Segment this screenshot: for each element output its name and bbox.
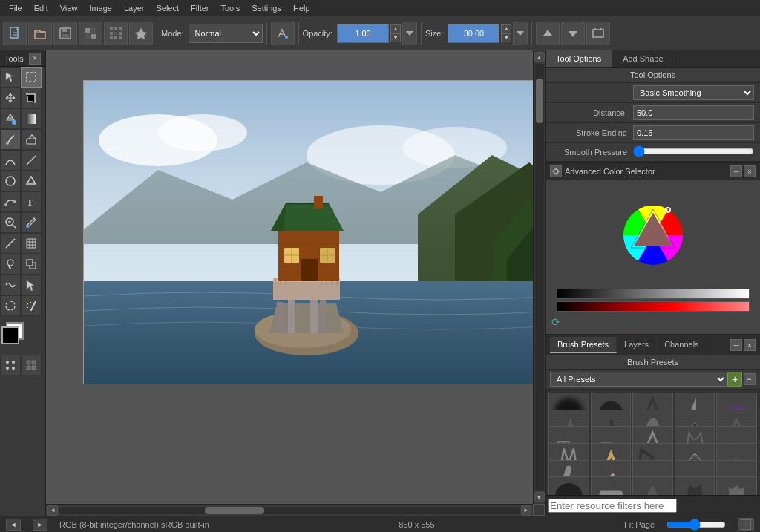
scroll-right-btn[interactable]: ► <box>521 505 531 516</box>
brush-preset-26[interactable] <box>548 476 589 495</box>
stroke-ending-input[interactable] <box>633 125 754 140</box>
menu-view[interactable]: View <box>54 2 84 14</box>
snap-tool[interactable] <box>0 355 21 375</box>
color-refresh-btn[interactable]: ⟳ <box>550 315 562 329</box>
brush-up-btn[interactable] <box>536 22 560 45</box>
extra-btn1[interactable] <box>586 22 610 45</box>
selection-tool[interactable] <box>0 67 21 88</box>
pattern2-button[interactable] <box>104 22 128 45</box>
brush-panel-minimize[interactable]: ─ <box>730 339 742 351</box>
zoom-slider[interactable] <box>666 522 726 528</box>
size-down[interactable]: ▼ <box>501 33 511 42</box>
mode-dropdown[interactable]: Normal Multiply Screen Overlay <box>189 24 263 43</box>
menu-file[interactable]: File <box>3 2 28 14</box>
menu-select[interactable]: Select <box>150 2 185 14</box>
color-panel-settings-btn[interactable] <box>550 165 562 177</box>
tab-brush-presets[interactable]: Brush Presets <box>550 337 617 353</box>
paint-bucket-button[interactable] <box>271 22 295 45</box>
size-up[interactable]: ▲ <box>501 24 511 33</box>
color-panel-minimize[interactable]: ─ <box>730 165 742 177</box>
selection2-tool[interactable] <box>21 275 42 295</box>
brush-panel-close[interactable]: × <box>744 339 756 351</box>
tab-layers[interactable]: Layers <box>617 337 657 353</box>
menu-help[interactable]: Help <box>287 2 316 14</box>
opacity-down[interactable]: ▼ <box>390 33 401 42</box>
color-wheel-container[interactable] <box>603 185 704 286</box>
dodge-tool[interactable] <box>0 254 21 275</box>
polygon-tool[interactable] <box>21 171 42 191</box>
status-left-btn[interactable]: ◄ <box>6 519 21 531</box>
scroll-up-btn[interactable]: ▲ <box>534 52 545 62</box>
fg-color-swatch[interactable] <box>1 326 19 344</box>
status-grid-btn[interactable] <box>738 518 754 531</box>
tools-close-btn[interactable]: × <box>29 53 41 65</box>
ruler-tool[interactable] <box>0 233 21 254</box>
vertical-scrollbar[interactable]: ▲ ▼ <box>533 50 545 504</box>
opacity-input[interactable]: 1.00 <box>337 24 389 43</box>
menu-filter[interactable]: Filter <box>185 2 214 14</box>
rect-selection-tool[interactable] <box>21 67 42 88</box>
warp-tool[interactable] <box>0 275 21 295</box>
horizontal-scrollbar[interactable]: ◄ ► <box>46 504 533 516</box>
menu-image[interactable]: Image <box>83 2 118 14</box>
zoom-tool[interactable] <box>0 212 21 233</box>
smooth-pressure-slider[interactable] <box>633 145 754 157</box>
size-extra-btn[interactable] <box>513 22 528 45</box>
brush-preset-29[interactable] <box>675 476 715 495</box>
v-scroll-thumb[interactable] <box>536 79 543 123</box>
brush-down-btn[interactable] <box>561 22 585 45</box>
brush-preset-dropdown[interactable]: All Presets <box>550 372 727 387</box>
move-tool[interactable] <box>0 88 21 108</box>
new-button[interactable] <box>3 22 27 45</box>
line-tool[interactable] <box>21 150 42 171</box>
distance-input[interactable] <box>633 105 754 120</box>
tab-channels[interactable]: Channels <box>657 337 707 353</box>
text-tool[interactable]: T <box>21 191 42 212</box>
brush-preset-30[interactable] <box>716 476 757 495</box>
red-gradient-bar[interactable] <box>557 301 750 312</box>
opacity-up[interactable]: ▲ <box>390 24 401 33</box>
brush-panel-options-btn[interactable]: ≡ <box>744 373 756 385</box>
opacity-extra-btn[interactable] <box>402 22 417 45</box>
status-right-btn[interactable]: ► <box>33 519 48 531</box>
magic-wand-tool[interactable] <box>21 295 42 316</box>
eraser-tool[interactable] <box>21 129 42 150</box>
tab-add-shape[interactable]: Add Shape <box>612 50 674 67</box>
tool-preset-button[interactable] <box>129 22 153 45</box>
tab-tool-options[interactable]: Tool Options <box>546 50 612 67</box>
smudge-tool[interactable] <box>0 150 21 171</box>
h-scroll-thumb[interactable] <box>205 507 264 514</box>
canvas-image-area[interactable] <box>83 80 533 384</box>
color-panel-close[interactable]: × <box>744 165 756 177</box>
scroll-left-btn[interactable]: ◄ <box>48 505 58 516</box>
menu-layer[interactable]: Layer <box>118 2 151 14</box>
lasso-tool[interactable] <box>0 295 21 316</box>
transform-tool[interactable] <box>21 254 42 275</box>
tool-row-6 <box>0 171 45 191</box>
circle-tool[interactable] <box>0 171 21 191</box>
brush-preset-27[interactable] <box>591 476 632 495</box>
grid2-tool[interactable] <box>21 355 42 375</box>
path-tool[interactable] <box>0 191 21 212</box>
brush-add-btn[interactable]: + <box>727 372 742 387</box>
gradient-tool[interactable] <box>21 108 42 129</box>
eyedropper-tool[interactable] <box>21 212 42 233</box>
bw-gradient-bar[interactable] <box>557 289 750 299</box>
scroll-down-btn[interactable]: ▼ <box>534 492 545 502</box>
fill-tool[interactable] <box>0 108 21 129</box>
menu-settings[interactable]: Settings <box>246 2 287 14</box>
menu-edit[interactable]: Edit <box>28 2 54 14</box>
brush-tool[interactable] <box>0 129 21 150</box>
crop-tool[interactable] <box>21 88 42 108</box>
menu-tools[interactable]: Tools <box>215 2 246 14</box>
size-input[interactable]: 30.00 <box>448 24 499 43</box>
open-button[interactable] <box>28 22 52 45</box>
save-button[interactable] <box>53 22 77 45</box>
brush-preset-28[interactable] <box>632 476 673 495</box>
pattern-button[interactable] <box>79 22 102 45</box>
smooth-pressure-row: Smooth Pressure <box>546 143 760 162</box>
canvas-content[interactable] <box>46 50 533 504</box>
brush-filter-input[interactable] <box>548 499 677 513</box>
smoothing-dropdown[interactable]: Basic Smoothing <box>633 85 754 100</box>
grid-tool[interactable] <box>21 233 42 254</box>
